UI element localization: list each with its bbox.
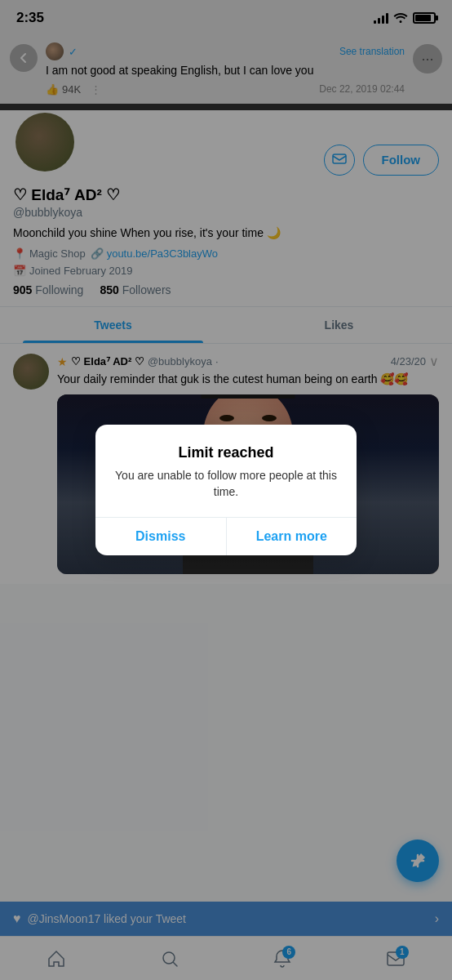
modal-actions: Dismiss Learn more — [95, 517, 357, 555]
modal-overlay: Limit reached You are unable to follow m… — [0, 0, 452, 980]
learn-more-button[interactable]: Learn more — [227, 518, 357, 555]
dismiss-button[interactable]: Dismiss — [95, 518, 227, 555]
modal-title: Limit reached — [115, 444, 337, 461]
modal-body: You are unable to follow more people at … — [115, 468, 337, 500]
limit-modal: Limit reached You are unable to follow m… — [95, 425, 357, 555]
